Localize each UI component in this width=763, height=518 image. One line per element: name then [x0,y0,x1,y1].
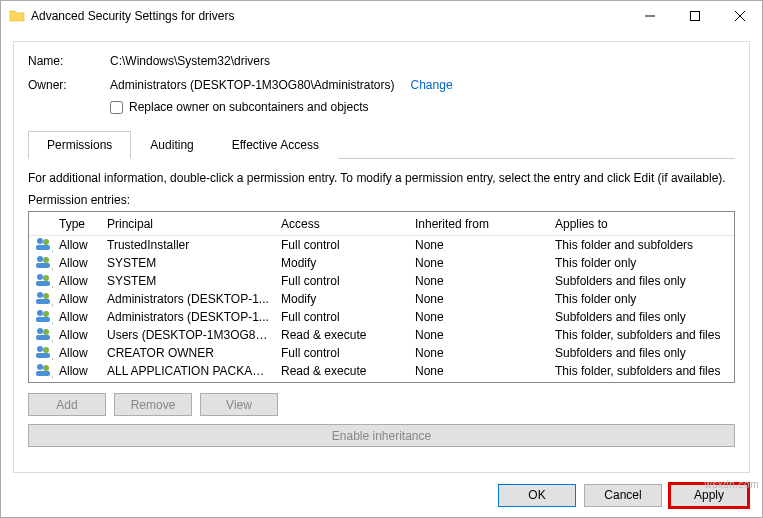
table-row[interactable]: AllowSYSTEMFull controlNoneSubfolders an… [29,272,734,290]
change-owner-link[interactable]: Change [411,78,453,92]
cell-principal: CREATOR OWNER [101,346,275,360]
group-icon [29,290,53,309]
cell-inherited: None [409,310,549,324]
cell-applies: This folder and subfolders [549,238,734,252]
cell-principal: ALL APPLICATION PACKAGES [101,364,275,378]
cell-inherited: None [409,238,549,252]
cell-type: Allow [53,274,101,288]
svg-rect-24 [36,371,50,376]
svg-point-14 [43,311,49,317]
cell-type: Allow [53,364,101,378]
table-row[interactable]: AllowSYSTEMModifyNoneThis folder only [29,254,734,272]
col-access[interactable]: Access [275,217,409,231]
svg-rect-6 [36,263,50,268]
cell-applies: Subfolders and files only [549,310,734,324]
cell-applies: This folder only [549,292,734,306]
close-button[interactable] [717,1,762,31]
tab-permissions[interactable]: Permissions [28,131,131,159]
group-icon [29,254,53,273]
cell-access: Modify [275,292,409,306]
svg-point-22 [37,364,43,370]
group-icon [29,308,53,327]
col-principal[interactable]: Principal [101,217,275,231]
svg-rect-0 [690,12,699,21]
window-title: Advanced Security Settings for drivers [31,9,627,23]
cell-inherited: None [409,292,549,306]
svg-point-19 [37,346,43,352]
svg-point-23 [43,365,49,371]
cell-access: Read & execute [275,328,409,342]
cell-principal: Users (DESKTOP-1M3OG80\U... [101,328,275,342]
svg-rect-12 [36,299,50,304]
col-applies[interactable]: Applies to [549,217,734,231]
client-area: Name: C:\Windows\System32\drivers Owner:… [1,31,762,473]
cancel-button[interactable]: Cancel [584,484,662,507]
cell-principal: SYSTEM [101,256,275,270]
cell-principal: SYSTEM [101,274,275,288]
svg-point-11 [43,293,49,299]
svg-point-4 [37,256,43,262]
cell-inherited: None [409,346,549,360]
apply-button[interactable]: Apply [670,484,748,507]
table-row[interactable]: AllowTrustedInstallerFull controlNoneThi… [29,236,734,254]
table-row[interactable]: AllowALL APPLICATION PACKAGESRead & exec… [29,362,734,380]
hint-text: For additional information, double-click… [28,171,735,185]
table-body[interactable]: AllowTrustedInstallerFull controlNoneThi… [29,236,734,382]
minimize-button[interactable] [627,1,672,31]
view-button[interactable]: View [200,393,278,416]
cell-inherited: None [409,328,549,342]
svg-point-2 [43,239,49,245]
entries-label: Permission entries: [28,193,735,207]
svg-point-16 [37,328,43,334]
svg-point-10 [37,292,43,298]
owner-value: Administrators (DESKTOP-1M3OG80\Administ… [110,78,395,92]
cell-applies: This folder, subfolders and files [549,328,734,342]
cell-access: Modify [275,256,409,270]
svg-rect-18 [36,335,50,340]
name-label: Name: [28,54,110,68]
table-header: Type Principal Access Inherited from App… [29,212,734,236]
svg-rect-3 [36,245,50,250]
remove-button[interactable]: Remove [114,393,192,416]
table-row[interactable]: AllowAdministrators (DESKTOP-1...Full co… [29,308,734,326]
cell-applies: This folder, subfolders and files [549,364,734,378]
cell-applies: This folder only [549,256,734,270]
group-icon [29,236,53,255]
cell-type: Allow [53,310,101,324]
replace-owner-label: Replace owner on subcontainers and objec… [129,100,368,114]
folder-icon [9,8,25,24]
table-row[interactable]: AllowUsers (DESKTOP-1M3OG80\U...Read & e… [29,326,734,344]
tab-effective-access[interactable]: Effective Access [213,131,338,159]
title-bar: Advanced Security Settings for drivers [1,1,762,31]
svg-point-7 [37,274,43,280]
cell-applies: Subfolders and files only [549,274,734,288]
ok-button[interactable]: OK [498,484,576,507]
cell-applies: Subfolders and files only [549,346,734,360]
group-icon [29,344,53,363]
dialog-footer: OK Cancel Apply [1,473,762,517]
cell-access: Full control [275,346,409,360]
cell-principal: Administrators (DESKTOP-1... [101,310,275,324]
replace-owner-checkbox[interactable] [110,101,123,114]
cell-type: Allow [53,292,101,306]
owner-label: Owner: [28,78,110,92]
col-type[interactable]: Type [53,217,101,231]
cell-type: Allow [53,256,101,270]
cell-access: Read & execute [275,364,409,378]
svg-point-1 [37,238,43,244]
cell-inherited: None [409,364,549,378]
table-row[interactable]: AllowAdministrators (DESKTOP-1...ModifyN… [29,290,734,308]
tab-auditing[interactable]: Auditing [131,131,212,159]
add-button[interactable]: Add [28,393,106,416]
col-inherited[interactable]: Inherited from [409,217,549,231]
enable-inheritance-button[interactable]: Enable inheritance [28,424,735,447]
maximize-button[interactable] [672,1,717,31]
cell-type: Allow [53,328,101,342]
svg-point-20 [43,347,49,353]
cell-type: Allow [53,238,101,252]
svg-point-8 [43,275,49,281]
svg-rect-21 [36,353,50,358]
cell-access: Full control [275,274,409,288]
table-row[interactable]: AllowCREATOR OWNERFull controlNoneSubfol… [29,344,734,362]
cell-principal: Administrators (DESKTOP-1... [101,292,275,306]
